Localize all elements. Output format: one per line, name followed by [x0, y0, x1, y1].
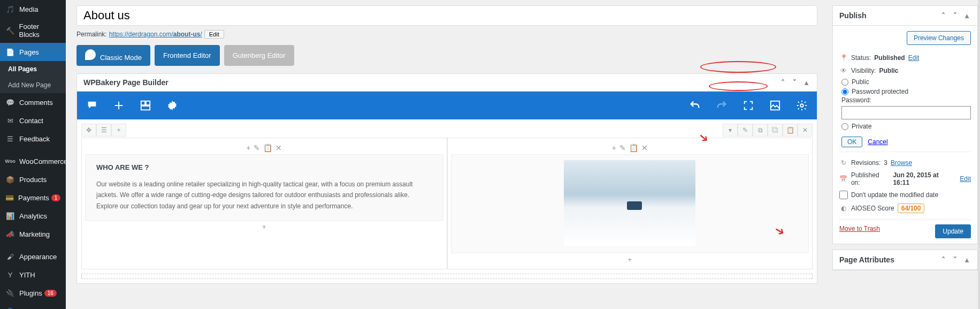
permalink-link[interactable]: https://derdragon.com/about-us/	[109, 31, 202, 38]
frontend-editor-tab[interactable]: Frontend Editor	[155, 45, 220, 66]
sidebar-item-media[interactable]: 🎵Media	[0, 0, 66, 18]
gutenberg-editor-tab[interactable]: Gutenberg Editor	[224, 45, 294, 66]
sidebar-item-products[interactable]: 📦Products	[0, 170, 66, 189]
visibility-value: Public	[879, 67, 898, 74]
undo-icon[interactable]	[688, 99, 701, 112]
ok-button[interactable]: OK	[841, 137, 862, 147]
megaphone-icon: 📣	[5, 229, 15, 239]
sidebar-item-label: Products	[19, 176, 47, 184]
password-label: Password:	[841, 96, 971, 104]
image-block[interactable]	[451, 154, 809, 253]
sidebar-item-pages[interactable]: 📄Pages	[0, 43, 66, 61]
settings-icon[interactable]	[795, 99, 808, 112]
edit-status-link[interactable]: Edit	[908, 54, 920, 62]
sidebar-item-users[interactable]: 👤Users	[0, 302, 66, 309]
move-handle-icon[interactable]: ✥	[81, 124, 96, 137]
copy-icon[interactable]: ⧉	[753, 124, 768, 137]
radio-private[interactable]	[841, 123, 848, 130]
add-element-button[interactable]: +	[85, 221, 443, 233]
caret-up-icon[interactable]: ▴	[802, 78, 810, 87]
visibility-public-option[interactable]: Public	[841, 77, 971, 87]
sidebar-item-label: Payments	[18, 194, 49, 202]
gear-icon[interactable]	[166, 99, 179, 112]
chevron-down-icon[interactable]: ˅	[951, 11, 959, 20]
speech-icon[interactable]	[86, 99, 98, 112]
sidebar-item-appearance[interactable]: 🖌Appearance	[0, 247, 66, 266]
visibility-private-option[interactable]: Private	[841, 122, 971, 131]
sidebar-sub-add-new[interactable]: Add New Page	[0, 77, 66, 93]
fullscreen-icon[interactable]	[742, 99, 755, 112]
wpbakery-toolbar	[77, 92, 817, 119]
add-icon[interactable]: +	[612, 144, 616, 152]
sidebar-item-yith[interactable]: YYITH	[0, 266, 66, 284]
columns-icon[interactable]: ☰	[96, 124, 111, 137]
password-input[interactable]	[841, 106, 971, 119]
radio-password[interactable]	[841, 88, 848, 95]
sidebar-item-label: Analytics	[19, 212, 47, 220]
scrollbar[interactable]	[978, 0, 980, 309]
update-button[interactable]: Update	[935, 224, 971, 238]
dont-update-label: Don't update the modified date	[851, 191, 938, 199]
cancel-link[interactable]: Cancel	[868, 138, 887, 146]
visibility-password-option[interactable]: Password protected	[841, 87, 971, 96]
redo-icon[interactable]	[715, 99, 728, 112]
add-element-button[interactable]: +	[451, 253, 809, 266]
text-block[interactable]: WHO ARE WE ? Our website is a leading on…	[85, 154, 443, 221]
clipboard-icon[interactable]: 📋	[629, 144, 638, 152]
duplicate-icon[interactable]: ⿻	[768, 124, 783, 137]
close-icon[interactable]: ✕	[275, 144, 282, 152]
template-icon[interactable]	[139, 99, 152, 112]
move-to-trash-link[interactable]: Move to Trash	[839, 225, 880, 232]
page-attributes-box: Page Attributes ˄ ˅ ▴	[832, 250, 978, 270]
chevron-up-icon[interactable]: ˄	[939, 11, 947, 20]
sidebar-item-feedback[interactable]: ☰Feedback	[0, 130, 66, 148]
image-thumbnail	[564, 160, 695, 246]
permalink-label: Permalink:	[76, 31, 107, 38]
sidebar-item-label: All Pages	[8, 65, 37, 73]
builder-column-right: + ✎ 📋 ✕ +	[447, 138, 813, 269]
edit-icon[interactable]: ✎	[254, 144, 260, 152]
page-title-input[interactable]	[76, 5, 817, 26]
drop-zone[interactable]	[81, 274, 813, 279]
sidebar-item-comments[interactable]: 💬Comments	[0, 93, 66, 111]
chevron-down-icon[interactable]: ˅	[790, 78, 799, 87]
plus-icon[interactable]	[112, 99, 125, 112]
clipboard-icon[interactable]: 📋	[783, 124, 798, 137]
preview-changes-button[interactable]: Preview Changes	[907, 31, 971, 45]
sidebar-sub-all-pages[interactable]: All Pages	[0, 61, 66, 77]
sidebar-item-label: YITH	[19, 271, 35, 279]
edit-slug-button[interactable]: Edit	[204, 30, 224, 39]
edit-icon[interactable]: ✎	[738, 124, 753, 137]
edit-date-link[interactable]: Edit	[960, 175, 971, 183]
classic-mode-tab[interactable]: Classic Mode	[76, 45, 150, 66]
browse-revisions-link[interactable]: Browse	[891, 159, 912, 167]
chevron-up-icon[interactable]: ˄	[778, 78, 787, 87]
editor-tabs: Classic Mode Frontend Editor Gutenberg E…	[76, 45, 817, 66]
feedback-icon: ☰	[5, 134, 15, 144]
close-icon[interactable]: ✕	[641, 144, 648, 152]
caret-down-icon[interactable]: ▾	[723, 124, 738, 137]
sidebar-item-woocommerce[interactable]: WooWooCommerce	[0, 152, 66, 170]
close-icon[interactable]: ✕	[798, 124, 813, 137]
sidebar-item-footer-blocks[interactable]: 🔨Footer Blocks	[0, 18, 66, 43]
sidebar-item-marketing[interactable]: 📣Marketing	[0, 225, 66, 243]
chevron-up-icon[interactable]: ˄	[939, 255, 947, 264]
clipboard-icon[interactable]: 📋	[263, 144, 272, 152]
chevron-down-icon[interactable]: ˅	[951, 255, 959, 264]
badge: 1	[51, 194, 61, 201]
add-icon[interactable]: +	[246, 144, 250, 152]
sidebar-item-analytics[interactable]: 📊Analytics	[0, 207, 66, 225]
image-icon[interactable]	[769, 99, 782, 112]
radio-public[interactable]	[841, 79, 848, 86]
caret-up-icon[interactable]: ▴	[962, 255, 971, 264]
add-icon[interactable]: +	[111, 124, 126, 137]
dont-update-checkbox[interactable]	[839, 191, 848, 199]
sidebar-item-plugins[interactable]: 🔌Plugins16	[0, 284, 66, 302]
sidebar-item-label: Feedback	[19, 135, 50, 143]
sidebar-submenu-pages: All Pages Add New Page	[0, 61, 66, 93]
sidebar-item-contact[interactable]: ✉Contact	[0, 111, 66, 130]
edit-icon[interactable]: ✎	[619, 144, 626, 152]
caret-up-icon[interactable]: ▴	[962, 11, 971, 20]
sidebar-item-payments[interactable]: 💳Payments1	[0, 189, 66, 207]
dont-update-row[interactable]: Don't update the modified date	[839, 189, 971, 201]
